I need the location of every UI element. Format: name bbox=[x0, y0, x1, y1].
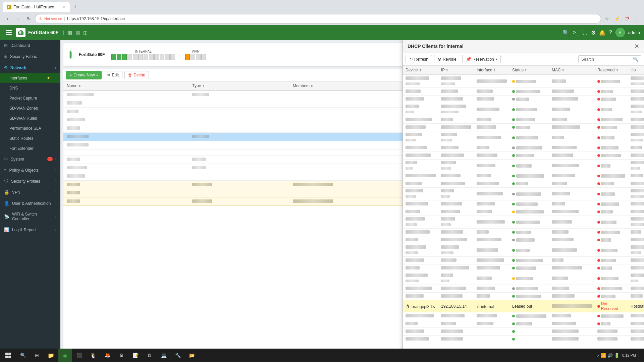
sidebar-item-user-auth[interactable]: 👤 User & Authentication › bbox=[0, 198, 60, 209]
extensions-icon[interactable]: ⚡ bbox=[612, 14, 621, 23]
dhcp-table-row[interactable] bbox=[403, 75, 644, 88]
taskbar-app4[interactable]: ⚙ bbox=[115, 349, 128, 362]
network-tray-icon[interactable]: 📶 bbox=[601, 353, 606, 358]
dhcp-table-row[interactable] bbox=[403, 188, 644, 200]
taskbar-app5[interactable]: 📝 bbox=[129, 349, 142, 362]
sidebar-item-network[interactable]: ⊛ Network ∨ bbox=[0, 62, 60, 73]
dhcp-table-row[interactable]: 🐧 orangepi3-lts 192.168.15.14 ⇄internal … bbox=[403, 300, 644, 313]
sidebar-item-fortiextender[interactable]: FortiExtender bbox=[0, 143, 60, 154]
dhcp-revoke-button[interactable]: ⊘ Revoke bbox=[434, 55, 460, 63]
sidebar-item-interfaces[interactable]: ★ Interfaces bbox=[0, 73, 60, 83]
dhcp-refresh-button[interactable]: ↻ Refresh bbox=[406, 55, 432, 63]
dhcp-table-row[interactable] bbox=[403, 336, 644, 343]
taskbar-app9[interactable]: 📂 bbox=[185, 349, 199, 362]
sidebar-item-packet-capture[interactable]: Packet Capture bbox=[0, 93, 60, 103]
dhcp-table-row[interactable] bbox=[403, 320, 644, 328]
dhcp-table-row[interactable] bbox=[403, 216, 644, 229]
sidebar-item-dns[interactable]: DNS bbox=[0, 83, 60, 93]
start-button[interactable] bbox=[1, 349, 15, 362]
battery-tray-icon[interactable]: 🔋 bbox=[614, 353, 620, 358]
tray-chevron[interactable]: ∧ bbox=[597, 354, 599, 357]
terminal-icon[interactable]: >_ bbox=[573, 29, 579, 36]
user-avatar[interactable]: A bbox=[615, 28, 625, 37]
dhcp-search-input[interactable] bbox=[581, 57, 632, 62]
dhcp-table-row[interactable] bbox=[403, 293, 644, 300]
fg-menu-icon[interactable] bbox=[4, 28, 13, 37]
create-new-button[interactable]: + Create New ▾ bbox=[66, 71, 102, 79]
help-icon[interactable]: ? bbox=[609, 29, 612, 36]
taskbar-app8[interactable]: 🔧 bbox=[171, 349, 184, 362]
edit-button[interactable]: ✏ Edit bbox=[104, 71, 123, 79]
taskbar-explorer[interactable]: 📁 bbox=[44, 349, 58, 362]
dhcp-close-icon[interactable]: ✕ bbox=[634, 43, 639, 49]
new-tab-button[interactable]: + bbox=[70, 2, 80, 12]
bookmark-icon[interactable]: ☆ bbox=[602, 14, 611, 23]
volume-tray-icon[interactable]: 🔊 bbox=[607, 353, 613, 358]
dhcp-table-row[interactable] bbox=[403, 124, 644, 131]
sidebar-item-dashboard[interactable]: ⊞ Dashboard › bbox=[0, 40, 60, 51]
fullscreen-icon[interactable]: ⛶ bbox=[582, 29, 588, 36]
refresh-button[interactable]: ↻ bbox=[24, 14, 34, 23]
dhcp-table-row[interactable] bbox=[403, 208, 644, 216]
dhcp-table-row[interactable] bbox=[403, 272, 644, 285]
dhcp-table-row[interactable] bbox=[403, 116, 644, 124]
dhcp-table-row[interactable] bbox=[403, 229, 644, 236]
sidebar-item-system[interactable]: ⚙ System 1 › bbox=[0, 154, 60, 165]
sidebar-item-performance-sla[interactable]: Performance SLA bbox=[0, 123, 60, 133]
shield-icon[interactable]: 🛡 bbox=[623, 14, 631, 23]
dhcp-table-row[interactable] bbox=[403, 312, 644, 320]
taskbar-app6[interactable]: 🖥 bbox=[143, 349, 156, 362]
search-icon2[interactable]: 🔍 bbox=[633, 57, 638, 62]
dhcp-table-row[interactable] bbox=[403, 172, 644, 180]
dhcp-table-row[interactable] bbox=[403, 180, 644, 188]
search-icon[interactable]: 🔍 bbox=[562, 29, 569, 36]
sidebar-item-log-report[interactable]: 📊 Log & Report › bbox=[0, 224, 60, 235]
delete-button[interactable]: 🗑 Delete bbox=[124, 71, 149, 79]
taskbar-app3[interactable]: 🦊 bbox=[101, 349, 114, 362]
dhcp-table-row[interactable] bbox=[403, 328, 644, 336]
close-tab-icon[interactable]: ✕ bbox=[61, 4, 66, 10]
dhcp-table-row[interactable] bbox=[403, 88, 644, 96]
taskbar-app7[interactable]: 💻 bbox=[157, 349, 170, 362]
dhcp-table-row[interactable] bbox=[403, 236, 644, 244]
dhcp-reservation-button[interactable]: 📌 Reservation ▾ bbox=[462, 55, 501, 63]
menu-icon[interactable]: ⋮ bbox=[633, 14, 641, 23]
dhcp-table-row[interactable] bbox=[403, 144, 644, 152]
dhcp-table-row[interactable] bbox=[403, 96, 644, 103]
taskbar-search[interactable]: 🔍 bbox=[16, 349, 30, 362]
svg-rect-7 bbox=[8, 353, 11, 355]
sidebar-item-static-routes[interactable]: Static Routes bbox=[0, 133, 60, 143]
dhcp-table-row[interactable] bbox=[403, 244, 644, 257]
sidebar-item-sd-wan-rules[interactable]: SD-WAN Rules bbox=[0, 113, 60, 123]
notification-icon[interactable]: 🔔 bbox=[599, 29, 606, 36]
address-bar[interactable]: ⚠ Not secure | https://192.168.15.1/ng/i… bbox=[35, 14, 601, 23]
sidebar-item-policy-objects[interactable]: ≡ Policy & Objects › bbox=[0, 165, 60, 176]
dhcp-table-row[interactable] bbox=[403, 103, 644, 116]
sidebar-item-vpn[interactable]: 🔒 VPN › bbox=[0, 187, 60, 198]
dhcp-table-row[interactable] bbox=[403, 200, 644, 208]
fg-toolbar: | ▦ ▤ ◫ bbox=[62, 29, 88, 36]
taskbar-chrome[interactable]: ◉ bbox=[58, 349, 72, 362]
dhcp-table-row[interactable] bbox=[403, 257, 644, 264]
sidebar-item-security-fabric[interactable]: ◈ Security Fabric › bbox=[0, 51, 60, 62]
taskbar-app2[interactable]: 🐧 bbox=[87, 349, 100, 362]
dhcp-table-row[interactable] bbox=[403, 285, 644, 293]
dhcp-table-row[interactable] bbox=[403, 264, 644, 272]
dhcp-table-row[interactable] bbox=[403, 131, 644, 144]
fg-icon2[interactable]: ▦ bbox=[67, 29, 73, 36]
dhcp-table-row[interactable] bbox=[403, 152, 644, 160]
sidebar-item-wifi-switch[interactable]: 📡 WiFi & Switch Controller › bbox=[0, 209, 60, 224]
browser-tab[interactable]: F FortiGate - HullTerrace ✕ bbox=[3, 2, 70, 12]
dhcp-table-row[interactable] bbox=[403, 160, 644, 172]
forward-button[interactable]: › bbox=[13, 14, 23, 23]
fg-icon3[interactable]: ▤ bbox=[75, 29, 80, 36]
taskbar-apps-icon[interactable]: ⊞ bbox=[30, 349, 44, 362]
fg-icon4[interactable]: ◫ bbox=[83, 29, 88, 36]
fg-icon1[interactable]: | bbox=[62, 29, 65, 36]
back-button[interactable]: ‹ bbox=[3, 14, 12, 23]
sidebar-item-sd-wan-zones[interactable]: SD-WAN Zones bbox=[0, 103, 60, 113]
taskbar-terminal[interactable]: ⬛ bbox=[72, 349, 86, 362]
show-desktop-icon[interactable] bbox=[639, 349, 640, 361]
settings-icon[interactable]: ⚙ bbox=[591, 29, 596, 36]
sidebar-item-security-profiles[interactable]: 🛡 Security Profiles › bbox=[0, 176, 60, 187]
